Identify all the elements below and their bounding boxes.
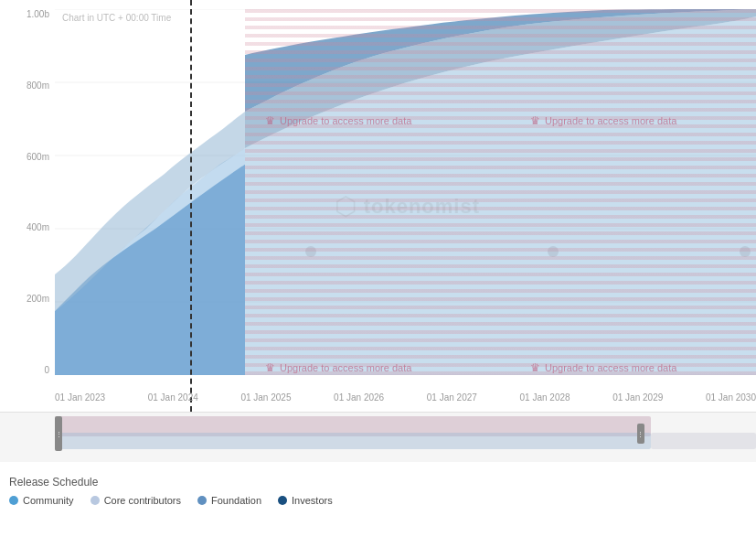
x-label-2025: 01 Jan 2025 <box>240 392 291 403</box>
x-label-2029: 01 Jan 2029 <box>612 392 663 403</box>
scroll-area[interactable]: ⋮ ⋮ <box>0 412 756 462</box>
chart-svg <box>55 9 756 375</box>
scroll-fill-foundation <box>55 433 651 449</box>
y-label-600m: 600m <box>27 152 49 162</box>
scroll-track[interactable]: ⋮ ⋮ <box>55 416 756 451</box>
legend-label-core: Core contributors <box>104 495 181 506</box>
legend-label-foundation: Foundation <box>211 495 261 506</box>
x-label-2028: 01 Jan 2028 <box>520 392 570 403</box>
legend-label-community: Community <box>23 495 74 506</box>
y-axis: 0 200m 400m 600m 800m 1.00b <box>0 9 55 375</box>
svg-point-10 <box>548 246 559 257</box>
y-label-1b: 1.00b <box>27 9 49 19</box>
handle-dots-left: ⋮ <box>56 431 62 437</box>
x-label-2027: 01 Jan 2027 <box>427 392 477 403</box>
legend-item-core: Core contributors <box>91 495 181 506</box>
chart-container: 0 200m 400m 600m 800m 1.00b Chart in UTC… <box>0 0 756 412</box>
scroll-fill-grey <box>651 433 756 449</box>
x-label-2026: 01 Jan 2026 <box>334 392 384 403</box>
y-label-800m: 800m <box>27 81 49 91</box>
scroll-handle-left[interactable]: ⋮ <box>55 416 62 451</box>
legend-dot-community <box>9 496 18 505</box>
x-label-2023: 01 Jan 2023 <box>55 392 105 403</box>
svg-rect-7 <box>245 9 756 375</box>
x-axis: 01 Jan 2023 01 Jan 2024 01 Jan 2025 01 J… <box>55 392 756 403</box>
legend-dot-investors <box>278 496 287 505</box>
svg-point-11 <box>740 246 751 257</box>
legend-item-investors: Investors <box>278 495 333 506</box>
x-label-2030: 01 Jan 2030 <box>706 392 756 403</box>
handle-dots-right: ⋮ <box>637 431 644 437</box>
legend-title: Release Schedule <box>9 476 747 489</box>
legend-label-investors: Investors <box>292 495 333 506</box>
legend-item-community: Community <box>9 495 74 506</box>
legend-item-foundation: Foundation <box>197 495 261 506</box>
legend-section: Release Schedule Community Core contribu… <box>0 468 756 537</box>
y-label-400m: 400m <box>27 222 49 232</box>
legend-dot-core <box>91 496 100 505</box>
y-label-0: 0 <box>44 365 49 375</box>
legend-dot-foundation <box>197 496 207 505</box>
scroll-handle-right[interactable]: ⋮ <box>637 424 644 444</box>
svg-point-9 <box>305 246 316 257</box>
x-label-2024: 01 Jan 2024 <box>148 392 198 403</box>
legend-items: Community Core contributors Foundation I… <box>9 495 747 506</box>
y-label-200m: 200m <box>27 294 49 304</box>
